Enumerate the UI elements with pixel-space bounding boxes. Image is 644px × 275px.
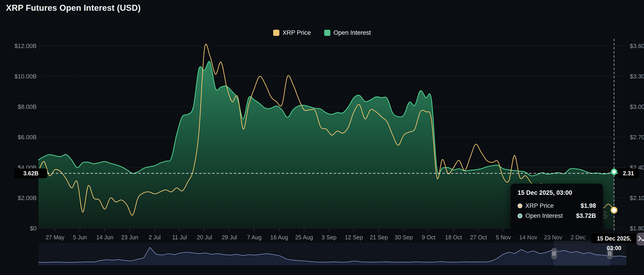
y-axis-label-left: $6.00B [2, 133, 36, 141]
tooltip-value-open-interest: $3.72B [576, 212, 596, 220]
handle-grip-icon [554, 251, 555, 256]
handle-grip-icon [553, 251, 554, 256]
tooltip-label-open-interest: Open Interest [525, 212, 563, 220]
price-marker-label: 2.31 [618, 168, 639, 178]
y-axis-label-left: $0 [2, 224, 36, 232]
crosshair-date-label: 15 Dec 2025, 03:00 [591, 234, 637, 243]
y-axis-label-right: $2.10 [630, 194, 644, 202]
collapse-arrows-icon [638, 235, 644, 243]
tooltip-row-price: XRP Price $1.98 [518, 202, 596, 210]
y-axis-label-left: $2.00B [2, 194, 36, 202]
tooltip: 15 Dec 2025, 03:00 XRP Price $1.98 Open … [510, 184, 603, 230]
y-axis-label-right: $2.70 [630, 133, 644, 141]
tooltip-row-open-interest: Open Interest $3.72B [518, 212, 596, 220]
oi-marker-label: 3.62B [15, 168, 47, 178]
tooltip-value-price: $1.98 [580, 202, 596, 210]
xrp-price-dot-icon [518, 204, 522, 208]
y-axis-label-right: $3.00 [630, 103, 644, 111]
page-root: XRP Futures Open Interest (USD) XRP Pric… [0, 0, 644, 275]
navigator-window[interactable] [554, 241, 610, 266]
last-point-dot-open-interest [612, 170, 616, 174]
y-axis-label-left: $10.00B [2, 72, 36, 80]
y-axis-label-left: $12.00B [2, 42, 36, 50]
tooltip-label-price: XRP Price [525, 202, 554, 210]
open-interest-dot-icon [518, 214, 522, 218]
navigator-handle-left[interactable] [551, 248, 557, 259]
y-axis-label-left: $8.00B [2, 103, 36, 111]
tooltip-title: 15 Dec 2025, 03:00 [518, 189, 596, 196]
y-axis-label-right: $3.60 [630, 42, 644, 50]
last-point-dot-price [611, 207, 617, 213]
collapse-panel-button[interactable] [636, 233, 644, 246]
y-axis-label-right: $1.80 [630, 224, 644, 232]
x-axis-label: 2 Dec [561, 234, 595, 241]
y-axis-label-right: $3.30 [630, 72, 644, 80]
